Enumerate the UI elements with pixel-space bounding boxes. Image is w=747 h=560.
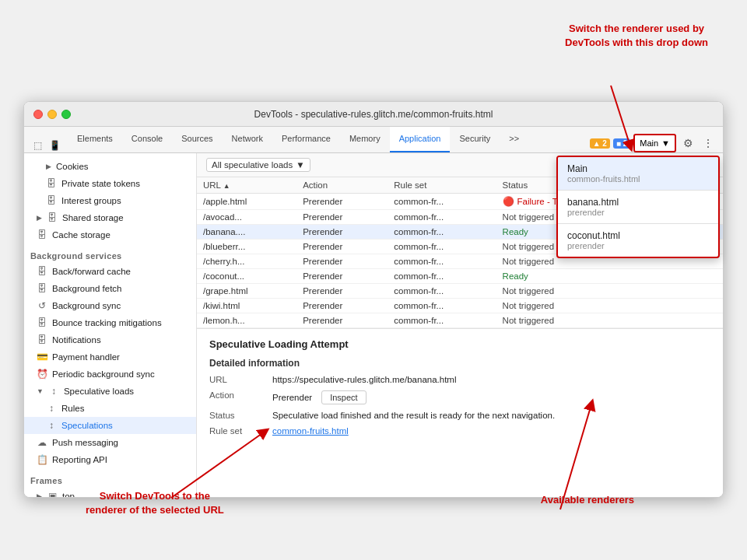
col-ruleset[interactable]: Rule set bbox=[388, 177, 496, 194]
status-value: Speculative load finished and the result… bbox=[272, 411, 555, 420]
detail-url-row: URL https://speculative-rules.glitch.me/… bbox=[209, 375, 710, 384]
expand-icon: ▶ bbox=[37, 492, 42, 497]
table-row[interactable]: /kiwi.html Prerender common-fr... Not tr… bbox=[197, 299, 723, 313]
sidebar-item-shared-storage[interactable]: ▶ 🗄 Shared storage bbox=[24, 209, 196, 226]
tab-network[interactable]: Network bbox=[223, 126, 272, 152]
sidebar-item-bg-fetch[interactable]: 🗄 Background fetch bbox=[24, 280, 196, 297]
maximize-button[interactable] bbox=[61, 110, 71, 119]
expand-icon: ▶ bbox=[37, 214, 42, 222]
cell-url: /grape.html bbox=[197, 284, 296, 299]
renderer-subtitle: prerender bbox=[567, 241, 709, 250]
spec-icon: ↕ bbox=[46, 420, 57, 431]
col-url[interactable]: URL ▲ bbox=[197, 177, 296, 194]
sidebar-item-rules[interactable]: ↕ Rules bbox=[24, 400, 196, 417]
sidebar-item-label: Shared storage bbox=[62, 213, 124, 222]
sidebar-item-bg-sync[interactable]: ↺ Background sync bbox=[24, 297, 196, 314]
cell-action: Prerender bbox=[296, 225, 388, 240]
sidebar-item-label: Bounce tracking mitigations bbox=[52, 318, 162, 327]
cell-url: /cherry.h... bbox=[197, 254, 296, 269]
table-row[interactable]: /grape.html Prerender common-fr... Not t… bbox=[197, 284, 723, 299]
tab-security[interactable]: Security bbox=[450, 126, 500, 152]
renderer-dropdown[interactable]: Main ▼ bbox=[633, 134, 676, 152]
tab-bar-right: ▲ 2 ■ 2 Main ▼ ⚙ ⋮ bbox=[590, 134, 717, 152]
sidebar-item-cookies[interactable]: ▶ Cookies bbox=[24, 158, 196, 175]
more-options-button[interactable]: ⋮ bbox=[700, 135, 717, 152]
sidebar-item-label: Cache storage bbox=[52, 230, 110, 240]
sidebar-item-notifications[interactable]: 🗄 Notifications bbox=[24, 331, 196, 348]
cell-action: Prerender bbox=[296, 313, 388, 328]
col-action[interactable]: Action bbox=[296, 177, 388, 194]
renderer-title: banana.html bbox=[567, 197, 709, 208]
db-icon: 🗄 bbox=[37, 317, 47, 328]
device-icon[interactable]: 📱 bbox=[47, 138, 61, 152]
tab-performance[interactable]: Performance bbox=[272, 126, 340, 152]
cell-url: /kiwi.html bbox=[197, 299, 296, 313]
renderer-option-banana[interactable]: banana.html prerender bbox=[558, 191, 718, 223]
sidebar-item-reporting[interactable]: 📋 Reporting API bbox=[24, 451, 196, 468]
sidebar-item-label: Background fetch bbox=[52, 284, 122, 293]
renderer-arrow-icon: ▼ bbox=[661, 138, 670, 148]
cell-ruleset: common-fr... bbox=[388, 210, 496, 225]
inspect-button[interactable]: Inspect bbox=[321, 390, 366, 404]
sidebar-item-interest[interactable]: 🗄 Interest groups bbox=[24, 192, 196, 209]
sidebar-item-payment[interactable]: 💳 Payment handler bbox=[24, 348, 196, 366]
tab-memory[interactable]: Memory bbox=[340, 126, 390, 152]
sidebar-item-back-forward[interactable]: 🗄 Back/forward cache bbox=[24, 263, 196, 280]
renderer-option-coconut[interactable]: coconut.html prerender bbox=[558, 224, 718, 257]
sidebar: ▶ Cookies 🗄 Private state tokens 🗄 Inter… bbox=[24, 153, 197, 497]
action-value: Prerender bbox=[272, 393, 312, 402]
url-value: https://speculative-rules.glitch.me/bana… bbox=[272, 375, 457, 384]
cell-url: /lemon.h... bbox=[197, 313, 296, 328]
sidebar-item-top[interactable]: ▶ ▣ top bbox=[24, 488, 196, 497]
cell-ruleset: common-fr... bbox=[388, 194, 496, 210]
traffic-lights bbox=[33, 110, 71, 119]
cell-status: Not triggered bbox=[496, 313, 723, 328]
close-button[interactable] bbox=[33, 110, 43, 119]
renderer-title: Main bbox=[567, 163, 709, 174]
sidebar-item-private-state[interactable]: 🗄 Private state tokens bbox=[24, 175, 196, 192]
cloud-icon: ☁ bbox=[37, 437, 47, 448]
action-value-row: Prerender Inspect bbox=[272, 390, 366, 404]
sidebar-frames-section: Frames ▶ ▣ top bbox=[24, 470, 196, 497]
sidebar-item-bounce[interactable]: 🗄 Bounce tracking mitigations bbox=[24, 314, 196, 331]
tab-more[interactable]: >> bbox=[500, 126, 528, 152]
filter-arrow-icon: ▼ bbox=[296, 160, 304, 170]
tab-console[interactable]: Console bbox=[122, 126, 172, 152]
sidebar-item-speculations[interactable]: ↕ Speculations bbox=[24, 417, 196, 434]
tab-elements[interactable]: Elements bbox=[68, 126, 122, 152]
filter-dropdown[interactable]: All speculative loads ▼ bbox=[206, 158, 310, 172]
renderer-option-main[interactable]: Main common-fruits.html bbox=[558, 157, 718, 190]
ruleset-value[interactable]: common-fruits.html bbox=[272, 426, 349, 436]
url-label: URL bbox=[209, 375, 260, 384]
cell-action: Prerender bbox=[296, 284, 388, 299]
detail-ruleset-row: Rule set common-fruits.html bbox=[209, 426, 710, 436]
expand-icon: ▶ bbox=[46, 163, 51, 170]
sidebar-item-push[interactable]: ☁ Push messaging bbox=[24, 434, 196, 451]
cell-url: /blueberr... bbox=[197, 240, 296, 254]
sidebar-item-label: Reporting API bbox=[52, 455, 107, 464]
tab-application[interactable]: Application bbox=[390, 126, 451, 152]
cell-status: Ready bbox=[496, 269, 723, 284]
tab-sources[interactable]: Sources bbox=[172, 126, 222, 152]
cell-url: /banana.... bbox=[197, 225, 296, 240]
sidebar-item-label: Back/forward cache bbox=[52, 267, 131, 276]
renderer-title: coconut.html bbox=[567, 230, 709, 241]
sidebar-item-periodic-sync[interactable]: ⏰ Periodic background sync bbox=[24, 366, 196, 383]
settings-button[interactable]: ⚙ bbox=[679, 135, 696, 152]
sidebar-item-spec-loads[interactable]: ▼ ↕ Speculative loads bbox=[24, 383, 196, 400]
info-badge: ■ 2 bbox=[613, 138, 630, 149]
sidebar-item-label: Speculative loads bbox=[64, 387, 134, 396]
minimize-button[interactable] bbox=[47, 110, 57, 119]
sidebar-item-label: Private state tokens bbox=[61, 179, 140, 188]
cell-ruleset: common-fr... bbox=[388, 254, 496, 269]
sidebar-item-cache[interactable]: 🗄 Cache storage bbox=[24, 226, 196, 243]
inspect-icon[interactable]: ⬚ bbox=[30, 138, 44, 152]
sidebar-item-label: Payment handler bbox=[52, 352, 120, 362]
cell-action: Prerender bbox=[296, 254, 388, 269]
report-icon: 📋 bbox=[37, 454, 47, 465]
clock-icon: ⏰ bbox=[37, 369, 47, 380]
table-row[interactable]: /lemon.h... Prerender common-fr... Not t… bbox=[197, 313, 723, 328]
ruleset-label: Rule set bbox=[209, 426, 260, 436]
table-row[interactable]: /coconut... Prerender common-fr... Ready bbox=[197, 269, 723, 284]
cell-action: Prerender bbox=[296, 210, 388, 225]
